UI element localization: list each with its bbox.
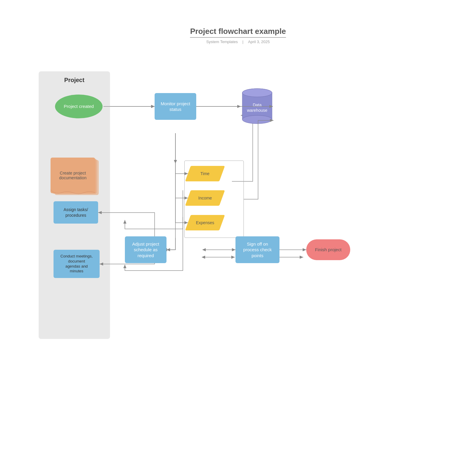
diagram-area: Project Project created Monitor project …	[39, 62, 437, 419]
expenses-node: Expenses	[188, 215, 222, 230]
page-subtitle: System Templates | April 3, 2025	[0, 40, 476, 44]
sign-off-node: Sign off on process check points	[235, 236, 279, 263]
svg-text:Data: Data	[253, 103, 262, 107]
finish-project-node: Finish project	[306, 239, 350, 260]
subtitle-right: April 3, 2025	[248, 40, 270, 44]
page-title: Project flowchart example	[190, 27, 286, 38]
svg-point-7	[242, 89, 272, 97]
monitor-project-node: Monitor project status	[155, 93, 196, 120]
project-created-node: Project created	[55, 95, 103, 118]
swimlane-label: Project	[39, 71, 110, 84]
data-warehouse-node: Data warehouse	[241, 86, 274, 126]
subtitle-left: System Templates	[206, 40, 238, 44]
page-header: Project flowchart example System Templat…	[0, 0, 476, 44]
subtitle-separator: |	[242, 40, 243, 44]
wavy-svg	[51, 190, 95, 196]
income-node: Income	[188, 190, 222, 206]
time-node: Time	[188, 166, 222, 181]
svg-point-6	[242, 115, 272, 124]
adjust-schedule-node: Adjust project schedule as required	[125, 236, 166, 263]
svg-text:warehouse: warehouse	[247, 108, 268, 113]
assign-tasks-node: Assign tasks/ procedures	[54, 201, 98, 224]
conduct-meetings-node: Conduct meetings, document agendas and m…	[54, 250, 100, 278]
create-docs-node: Create project documentation	[51, 158, 103, 201]
data-warehouse-svg: Data warehouse	[241, 86, 274, 126]
